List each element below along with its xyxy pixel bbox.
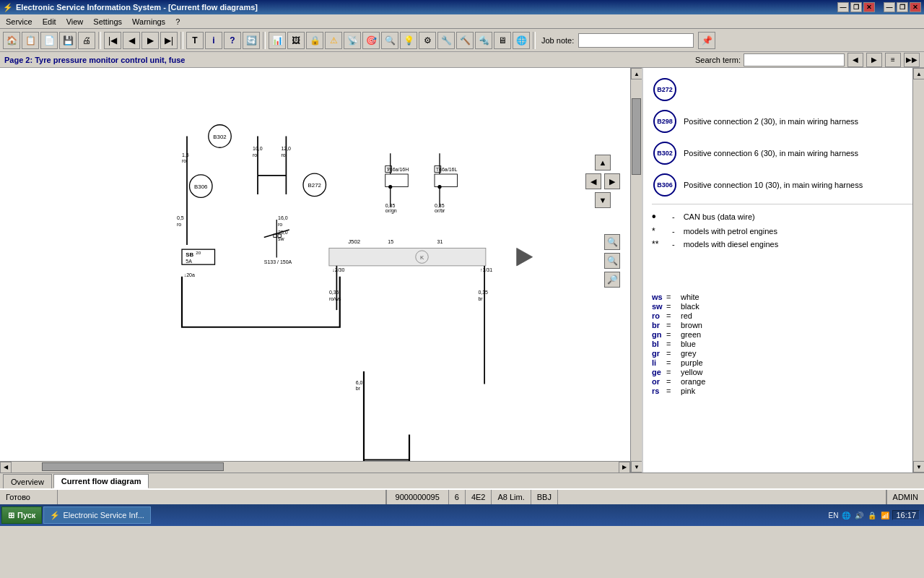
- job-note-label: Job note:: [541, 36, 574, 45]
- search-prev-btn[interactable]: ◀: [847, 53, 863, 67]
- v-scrollbar[interactable]: ▲ ▼: [630, 68, 642, 473]
- component-circle-b298: B298: [653, 110, 676, 133]
- tray-icon-language[interactable]: EN: [827, 509, 839, 521]
- search-next-btn[interactable]: ▶: [866, 53, 882, 67]
- minimize-button[interactable]: —: [837, 2, 849, 12]
- scroll-up-btn[interactable]: ▲: [631, 68, 642, 79]
- toolbar-help-btn[interactable]: ?: [224, 32, 241, 49]
- right-panel-scrollbar[interactable]: ▲ ▼: [912, 68, 924, 473]
- close-button[interactable]: ✕: [863, 2, 875, 12]
- scroll-down-btn[interactable]: ▼: [631, 461, 642, 473]
- zoom-fit-btn[interactable]: 🔍: [604, 253, 620, 269]
- restore-button[interactable]: ❐: [850, 2, 862, 12]
- menu-service[interactable]: Service: [1, 16, 37, 27]
- toolbar-btn-h[interactable]: 💡: [400, 32, 417, 49]
- legend-val-rs: pink: [681, 387, 695, 395]
- toolbar-btn-m[interactable]: 🖥: [494, 32, 511, 49]
- toolbar-btn-a[interactable]: 📊: [269, 32, 286, 49]
- start-button[interactable]: ⊞ Пуск: [1, 506, 42, 524]
- toolbar-refresh-btn[interactable]: 🔄: [243, 32, 260, 49]
- zoom-in-btn[interactable]: 🔍: [604, 234, 620, 250]
- tray-icon-audio[interactable]: 🔊: [853, 509, 865, 521]
- taskbar-app-btn[interactable]: ⚡ Electronic Service Inf...: [43, 506, 151, 524]
- tray-icon-antivirus[interactable]: 🔒: [866, 509, 878, 521]
- nav-right-btn[interactable]: ▶: [604, 173, 620, 189]
- status-code1-text: 4E2: [471, 493, 486, 501]
- inner-minimize-button[interactable]: —: [884, 2, 895, 12]
- inner-close-button[interactable]: ✕: [910, 2, 921, 12]
- toolbar-print-btn[interactable]: 🖨: [78, 32, 95, 49]
- tab-current-flow[interactable]: Current flow diagram: [53, 474, 149, 488]
- bullet-dash-3: -: [672, 240, 675, 249]
- status-variant: BBJ: [531, 490, 558, 504]
- toolbar-btn-e[interactable]: 📡: [344, 32, 361, 49]
- toolbar-btn-n[interactable]: 🌐: [513, 32, 530, 49]
- tray-icon-update[interactable]: 📶: [879, 509, 891, 521]
- right-panel: B272 B298 Positive connection 2 (30), in…: [642, 68, 924, 473]
- search-options-btn[interactable]: ≡: [885, 53, 901, 67]
- diagram-svg: B302 1,5 ro 10,0 ro 12,0 ro B306 B272: [0, 68, 642, 473]
- toolbar-btn-c[interactable]: 🔒: [306, 32, 323, 49]
- svg-text:B272: B272: [308, 182, 321, 189]
- toolbar-sep-1: [98, 32, 101, 49]
- diagram-area[interactable]: B302 1,5 ro 10,0 ro 12,0 ro B306 B272: [0, 68, 642, 473]
- svg-text:B306: B306: [194, 184, 208, 190]
- nav-up-btn[interactable]: ▲: [595, 155, 611, 171]
- h-scroll-left-btn[interactable]: ◀: [0, 462, 12, 473]
- toolbar-clipboard-btn[interactable]: 📋: [22, 32, 39, 49]
- h-scroll-thumb[interactable]: [42, 462, 224, 471]
- toolbar-save-btn[interactable]: 💾: [59, 32, 77, 49]
- toolbar-prev-btn[interactable]: ◀: [123, 32, 140, 49]
- legend-row-br: br = brown: [652, 321, 915, 329]
- nav-left-btn[interactable]: ◀: [585, 173, 601, 189]
- toolbar-home-btn[interactable]: 🏠: [3, 32, 20, 49]
- svg-text:16,0: 16,0: [278, 215, 288, 220]
- h-scrollbar[interactable]: ◀ ▶: [0, 461, 630, 473]
- toolbar-note-action-btn[interactable]: 📌: [698, 32, 715, 49]
- menu-warnings[interactable]: Warnings: [128, 16, 170, 27]
- toolbar-first-btn[interactable]: |◀: [104, 32, 121, 49]
- bullet-star: *: [652, 226, 666, 236]
- legend-row-sw: sw = black: [652, 302, 915, 311]
- toolbar-next-btn[interactable]: ▶: [141, 32, 159, 49]
- status-docnum: 9000000095: [386, 490, 449, 504]
- toolbar-btn-d[interactable]: ⚠: [325, 32, 342, 49]
- tray-icon-network[interactable]: 🌐: [840, 509, 852, 521]
- toolbar-btn-g[interactable]: 🔍: [381, 32, 398, 49]
- toolbar-btn-k[interactable]: 🔨: [456, 32, 474, 49]
- toolbar-btn-f[interactable]: 🎯: [362, 32, 380, 49]
- zoom-out-btn[interactable]: 🔎: [604, 272, 620, 288]
- toolbar-btn-l[interactable]: 🔩: [475, 32, 492, 49]
- svg-text:1,5: 1,5: [182, 152, 189, 158]
- toolbar-btn-j[interactable]: 🔧: [437, 32, 455, 49]
- svg-text:or/gn: or/gn: [385, 208, 397, 214]
- h-scroll-right-btn[interactable]: ▶: [619, 462, 630, 473]
- legend-row-bl: bl = blue: [652, 340, 915, 348]
- component-circle-b302: B302: [653, 142, 676, 165]
- menu-help[interactable]: ?: [171, 16, 184, 27]
- search-input[interactable]: [744, 53, 845, 66]
- legend-row-ge: ge = yellow: [652, 368, 915, 376]
- menu-settings[interactable]: Settings: [89, 16, 126, 27]
- svg-text:sw: sw: [278, 236, 285, 241]
- job-note-input[interactable]: [578, 33, 694, 48]
- menu-edit[interactable]: Edit: [38, 16, 61, 27]
- toolbar-btn-i[interactable]: ⚙: [419, 32, 436, 49]
- toolbar-btn-b[interactable]: 🖼: [287, 32, 305, 49]
- toolbar-new-btn[interactable]: 📄: [40, 32, 58, 49]
- tab-overview[interactable]: Overview: [3, 474, 52, 488]
- nav-down-btn[interactable]: ▼: [595, 192, 611, 208]
- toolbar-info-btn[interactable]: i: [205, 32, 222, 49]
- inner-restore-button[interactable]: ❐: [897, 2, 908, 12]
- menu-view[interactable]: View: [62, 16, 88, 27]
- component-circle-b272: B272: [653, 78, 676, 101]
- svg-text:ro: ro: [278, 222, 282, 227]
- toolbar-text-btn[interactable]: T: [186, 32, 204, 49]
- right-scroll-up-btn[interactable]: ▲: [913, 68, 924, 79]
- right-scroll-down-btn[interactable]: ▼: [913, 461, 924, 473]
- toolbar-last-btn[interactable]: ▶|: [160, 32, 178, 49]
- toolbar-sep-2: [180, 32, 183, 49]
- status-model-text: A8 Lim.: [497, 493, 524, 501]
- scroll-thumb[interactable]: [632, 98, 641, 175]
- search-go-btn[interactable]: ▶▶: [904, 53, 920, 67]
